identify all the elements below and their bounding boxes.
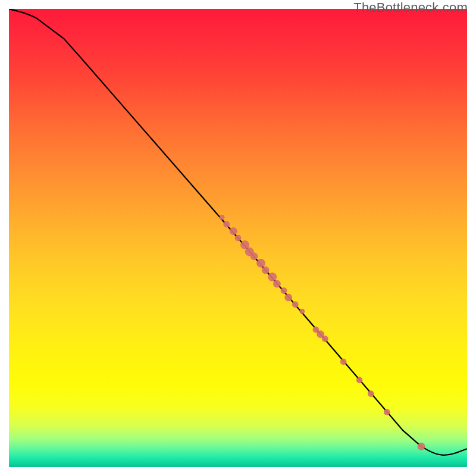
data-point xyxy=(292,302,298,308)
chart-svg xyxy=(9,9,467,467)
data-point xyxy=(384,409,390,415)
data-point xyxy=(262,267,269,274)
data-point xyxy=(257,259,265,267)
data-point xyxy=(220,215,224,220)
data-point xyxy=(322,336,328,342)
data-point xyxy=(418,443,425,450)
data-point xyxy=(368,391,374,397)
line-curve xyxy=(9,9,467,455)
data-point xyxy=(285,294,292,301)
data-point xyxy=(268,273,277,281)
chart-container: TheBottleneck.com xyxy=(0,0,476,476)
data-point xyxy=(340,359,346,365)
data-point xyxy=(224,221,230,227)
bottleneck-curve xyxy=(9,9,467,455)
data-point xyxy=(250,253,258,260)
plot-area xyxy=(9,9,467,467)
scatter-points xyxy=(220,215,425,450)
data-point xyxy=(300,309,305,314)
data-point xyxy=(235,235,241,241)
data-point xyxy=(230,227,237,234)
data-point xyxy=(273,280,280,287)
attribution-label: TheBottleneck.com xyxy=(353,0,468,15)
data-point xyxy=(356,377,362,383)
data-point xyxy=(281,288,287,294)
